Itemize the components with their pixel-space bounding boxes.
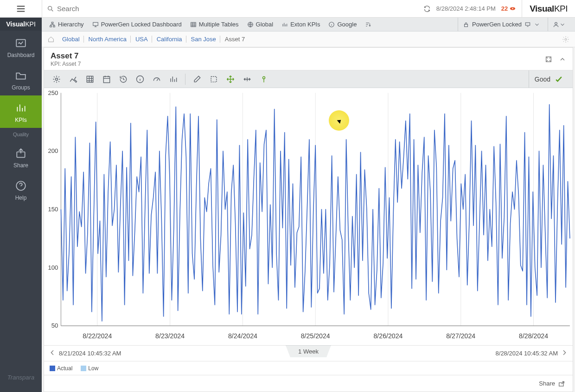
chevron-down-icon [559,21,566,28]
svg-point-15 [555,22,557,25]
svg-text:8/25/2024: 8/25/2024 [301,332,330,340]
svg-rect-6 [51,22,53,23]
ribbon-bar: Hierarchy PowerGen Locked Dashboard Mult… [42,18,575,32]
tool-bars[interactable] [166,72,181,86]
ribbon-sort[interactable] [362,21,374,28]
user-icon [553,21,559,28]
svg-rect-45 [559,383,563,386]
svg-point-18 [56,78,58,80]
sidebar-item-help[interactable]: Help [0,173,42,206]
table-icon [190,21,197,28]
svg-text:8/22/2024: 8/22/2024 [83,332,112,340]
panel-title: Asset 7 [51,51,81,61]
gauge-icon [152,75,161,84]
search-input[interactable] [57,5,196,13]
ribbon-hierarchy[interactable]: Hierarchy [46,21,87,28]
sidebar-item-share[interactable]: Share [0,141,42,173]
svg-rect-10 [191,22,196,26]
tool-edit-chart[interactable] [65,72,81,86]
range-label[interactable]: 1 Week [286,345,331,357]
range-next[interactable] [561,349,568,358]
monitor-small-icon [524,21,531,28]
calendar-icon [102,75,111,84]
svg-text:8/23/2024: 8/23/2024 [155,332,185,340]
share-button[interactable]: Share [44,375,573,392]
refresh-icon[interactable] [423,5,431,13]
brand-logo: VisualKPI [522,0,568,17]
sidebar-item-groups[interactable]: Groups [0,63,42,95]
ribbon-global[interactable]: Global [244,21,276,28]
legend-actual[interactable]: Actual [50,365,72,372]
tool-info[interactable] [132,72,148,86]
crumb-global[interactable]: Global [58,36,84,43]
svg-text:150: 150 [48,206,58,213]
ribbon-user[interactable] [548,18,570,31]
tool-select[interactable] [206,72,222,86]
svg-point-0 [48,6,52,10]
svg-text:8/26/2024: 8/26/2024 [373,332,402,340]
ribbon-dashboard[interactable]: PowerGen Locked Dashboard [89,21,185,28]
search-icon [47,5,54,13]
tool-grid[interactable] [82,72,98,86]
range-prev[interactable] [49,349,56,358]
crumb-na[interactable]: North America [85,36,131,43]
hamburger-menu[interactable] [0,0,42,18]
zoom-x-icon [243,75,252,84]
panel-header: Asset 7 KPI: Asset 7 [44,48,573,70]
ribbon-exton[interactable]: Exton KPIs [279,21,323,28]
svg-text:8/28/2024: 8/28/2024 [519,332,548,340]
lock-icon [463,21,469,28]
svg-text:250: 250 [48,89,58,96]
status-indicator: Good [529,70,568,88]
search-box[interactable] [42,0,423,17]
sidebar-item-kpis[interactable]: KPIs [0,95,42,128]
svg-rect-7 [50,25,52,27]
svg-point-23 [263,76,265,79]
monitor-icon [92,21,99,28]
svg-rect-20 [103,76,109,82]
ribbon-locked[interactable]: PowerGen Locked [458,18,545,31]
crumb-usa[interactable]: USA [132,36,152,43]
svg-rect-22 [211,76,217,82]
tool-clear[interactable] [189,72,205,86]
chart-area[interactable]: 8/22/20248/23/20248/24/20248/25/20248/26… [44,88,573,345]
sidebar-footer: Transpara [7,374,34,392]
tool-settings[interactable] [49,72,64,86]
svg-point-16 [565,38,567,40]
tool-pan[interactable] [223,72,238,86]
folder-icon [15,70,27,82]
bar-chart-icon [15,102,27,114]
sidebar-item-quality[interactable]: Quality [13,128,29,141]
svg-point-2 [512,8,513,9]
expand-icon[interactable] [545,56,552,63]
svg-rect-14 [525,22,530,25]
tool-zoom-x[interactable] [239,72,255,86]
ribbon-tables[interactable]: Multiple Tables [187,21,242,28]
ribbon-google[interactable]: Google [326,21,359,28]
alert-badge[interactable]: 22 [501,5,516,12]
gear-icon[interactable] [562,36,569,43]
tool-marker[interactable] [256,72,272,86]
breadcrumb: Global North America USA California San … [42,32,575,47]
chevron-up-icon[interactable] [559,56,566,63]
tool-history[interactable] [115,72,131,86]
sidebar-item-label: Groups [12,84,30,91]
gear-icon [52,75,61,84]
panel-subtitle: KPI: Asset 7 [51,61,81,67]
top-bar: 8/28/2024 2:48:14 PM 22 VisualKPI [0,0,575,18]
chart-icon [281,21,288,28]
sidebar-logo: VisualKPI [0,18,42,31]
check-icon [554,75,563,84]
home-icon[interactable] [47,36,55,43]
time-range-bar: 8/21/2024 10:45:32 AM 1 Week 8/28/2024 1… [44,345,573,361]
legend-low[interactable]: Low [81,365,98,372]
range-end: 8/28/2024 10:45:32 AM [496,350,558,357]
help-icon [15,180,27,192]
tool-gauge[interactable] [149,72,165,86]
kpi-panel: Asset 7 KPI: Asset 7 [44,47,573,392]
crumb-sj[interactable]: San Jose [187,36,220,43]
chevron-down-icon [534,21,540,28]
crumb-ca[interactable]: California [153,36,186,43]
tool-calendar[interactable] [99,72,115,86]
sidebar-item-dashboard[interactable]: Dashboard [0,31,42,63]
